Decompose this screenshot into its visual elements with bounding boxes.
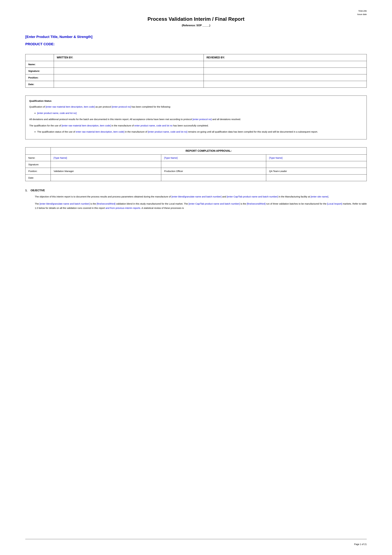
table-row: Name: [Type Name] [Type Name] [Type Name… — [25, 154, 367, 161]
qual-bullet2-post: remains on-going until all qualification… — [187, 130, 318, 133]
table-row: Date: — [25, 81, 367, 88]
approval-type-name-1[interactable]: [Type Name] — [54, 156, 67, 159]
sign-table-empty-header — [25, 54, 54, 61]
approval-type-name-3[interactable]: [Type Name] — [269, 156, 282, 159]
approval-position-col3: QA Team-Leader — [266, 168, 367, 174]
approval-date-col3 — [266, 174, 367, 181]
blend-batch-link2[interactable]: [enter blend/granulate name and batch nu… — [40, 202, 90, 205]
obj-p2-mid2: validation blend in this study manufactu… — [115, 202, 189, 205]
product-code: PRODUCT CODE: — [25, 42, 367, 46]
reviewed-signature-value — [204, 67, 367, 74]
site-name-link[interactable]: [enter site name] — [311, 195, 328, 198]
reviewed-name-value — [204, 61, 367, 67]
page-footer: Page 1 of 21 — [354, 543, 367, 546]
cap-tab-link2[interactable]: [enter Cap/Tab product name and batch nu… — [189, 202, 240, 205]
written-signature-value — [54, 67, 204, 74]
qual-bullet-list: [enter product name, code and lot no] — [37, 111, 363, 115]
qual-para3: The qualification for the use of [enter … — [29, 124, 363, 128]
obj-p1-pre: The objective of this interim report is … — [35, 195, 171, 198]
objective-para2: The [enter blend/granulate name and batc… — [35, 202, 367, 210]
approval-sig-col2 — [161, 161, 266, 168]
signature-label: Signature: — [25, 67, 54, 74]
reviewed-date-value — [204, 81, 367, 88]
table-row: Position: — [25, 74, 367, 81]
blend-batch-link1[interactable]: [enter blend/granulate name and batch nu… — [171, 195, 222, 198]
qual-para1: Qualification of [enter raw material ite… — [29, 105, 363, 109]
written-name-value — [54, 61, 204, 67]
table-row: Signature: — [25, 161, 367, 168]
tem-code: TEM-295 — [358, 10, 367, 12]
obj-p1-post: in the Manufacturing facility at — [278, 195, 311, 198]
list-item: [enter product name, code and lot no] — [37, 111, 363, 115]
top-right-reference: TEM-295 Issue date — [357, 9, 367, 16]
qual-raw-material-link3[interactable]: enter raw material item description, ite… — [76, 130, 124, 133]
qual-product-bullet-link[interactable]: [enter product name, code and lot no] — [37, 112, 77, 114]
qual-para2-post: and all deviations resolved. — [212, 118, 241, 121]
approval-type-name-2[interactable]: [Type Name] — [164, 156, 178, 159]
qual-para3-pre: The qualification for the use of — [29, 124, 62, 127]
reviewed-position-value — [204, 74, 367, 81]
qualification-status-box: Qualification Status Qualification of [e… — [25, 95, 367, 139]
page-title: Process Validation Interim / Final Repor… — [25, 16, 367, 22]
qual-para1-pre: Qualification of — [29, 105, 45, 108]
approval-date-label: Date: — [25, 174, 51, 181]
product-title-link[interactable]: [Enter Product Title, Number & Strength] — [25, 35, 367, 39]
qual-bullet2-pre: The qualification status of the use of — [37, 130, 76, 133]
approval-sig-col3 — [266, 161, 367, 168]
table-row: Signature: — [25, 67, 367, 74]
approval-name-col2: [Type Name] — [161, 154, 266, 161]
qual-raw-material-link1[interactable]: [enter raw material item description, it… — [45, 105, 95, 108]
section-body: The objective of this interim report is … — [25, 194, 367, 210]
approval-position-col1: Validation Manager — [51, 168, 161, 174]
approval-empty-header — [25, 147, 51, 154]
approval-signature-label: Signature: — [25, 161, 51, 168]
approval-position-col2: Production Officer — [161, 168, 266, 174]
list-item: The qualification status of the use of e… — [37, 130, 363, 134]
qual-product-link3[interactable]: [enter product name, code and lot no] — [148, 130, 187, 133]
reviewed-by-header: REVIEWED BY: — [204, 54, 367, 61]
obj-p1-end: . — [328, 195, 329, 198]
approval-date-col1 — [51, 174, 161, 181]
qual-para2-text: All deviations and additional protocol r… — [29, 118, 192, 121]
approval-position-label: Position: — [25, 168, 51, 174]
table-row: Position: Validation Manager Production … — [25, 168, 367, 174]
qual-raw-material-link2[interactable]: [enter raw material item description, it… — [62, 124, 111, 127]
qual-product-link2[interactable]: enter product name, code and lot no — [134, 124, 172, 127]
cap-tab-link1[interactable]: [enter Cap/Tab product name and batch nu… — [227, 195, 278, 198]
obj-p1-mid: and — [222, 195, 227, 198]
qual-para3-mid: in the manufacture of — [111, 124, 134, 127]
qual-para1-mid: as per protocol — [95, 105, 112, 108]
sign-table: WRITTEN BY: REVIEWED BY: Name: Signature… — [25, 54, 367, 88]
first-second-third-link2[interactable]: [first/second/third] — [247, 202, 265, 205]
written-position-value — [54, 74, 204, 81]
obj-p2-mid4: run of three validation batches to be ma… — [265, 202, 327, 205]
page-subtitle: (Reference: SOP _____) — [25, 24, 367, 27]
from-previous-reports-link[interactable]: and from previous interim reports. — [106, 207, 141, 209]
qual-para2: All deviations and additional protocol r… — [29, 117, 363, 121]
section-title: OBJECTIVE — [30, 189, 45, 192]
approval-name-col1: [Type Name] — [51, 154, 161, 161]
section-number: 1. — [25, 189, 27, 192]
obj-p2-end: A statistical review of these processes … — [141, 207, 184, 209]
qual-bullet2-mid: in the manufacture of — [124, 130, 148, 133]
issue-date-label: Issue date — [357, 13, 367, 15]
qual-status-title: Qualification Status — [29, 99, 363, 103]
section-header: 1. OBJECTIVE — [25, 189, 367, 192]
objective-section: 1. OBJECTIVE The objective of this inter… — [25, 189, 367, 210]
qual-bullet-list2: The qualification status of the use of e… — [37, 130, 363, 134]
approval-table: REPORT COMPLETION APPROVAL: Name: [Type … — [25, 147, 367, 181]
table-row: Date: — [25, 174, 367, 181]
position-label: Position: — [25, 74, 54, 81]
date-label: Date: — [25, 81, 54, 88]
obj-p2-mid3: is the — [240, 202, 247, 205]
qual-protocol-link1[interactable]: [enter protocol no] — [112, 105, 131, 108]
footer-divider — [25, 539, 367, 539]
first-second-third-link1[interactable]: [first/second/third] — [97, 202, 115, 205]
qual-para3-post: has been successfully completed. — [172, 124, 208, 127]
qual-para1-post: has been completed for the following: — [131, 105, 171, 108]
local-export-link[interactable]: [Local /export] — [327, 202, 342, 205]
approval-date-col2 — [161, 174, 266, 181]
qual-protocol-link2[interactable]: [enter protocol no] — [192, 118, 212, 121]
objective-para1: The objective of this interim report is … — [35, 194, 367, 199]
name-label: Name: — [25, 61, 54, 67]
